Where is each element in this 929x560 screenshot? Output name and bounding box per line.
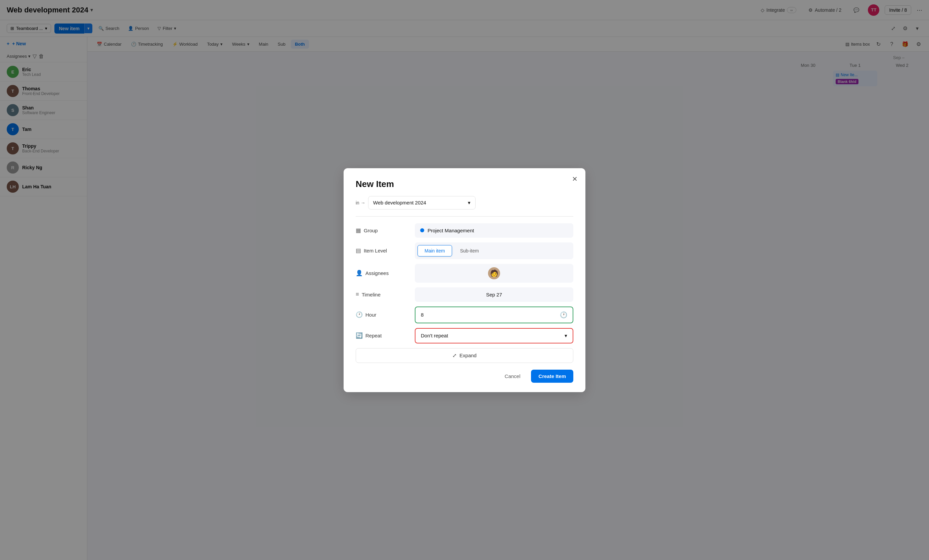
main-item-button[interactable]: Main item: [417, 245, 452, 257]
assignee-avatar: 🧑: [488, 267, 500, 279]
item-level-label: ▤ Item Level: [356, 247, 409, 254]
modal-divider: [356, 216, 573, 217]
repeat-chevron-icon: ▾: [564, 333, 567, 339]
modal-title: New Item: [356, 179, 573, 189]
hour-field[interactable]: 8 🕐: [415, 306, 573, 323]
expand-icon2: ⤢: [452, 352, 457, 358]
timeline-field[interactable]: Sep 27: [415, 288, 573, 302]
repeat-icon: 🔄: [356, 332, 363, 339]
hour-icon: 🕐: [356, 311, 363, 318]
cancel-button[interactable]: Cancel: [499, 370, 527, 383]
repeat-field[interactable]: Don't repeat ▾: [415, 328, 573, 343]
item-level-field: Main item Sub-item: [415, 242, 573, 259]
assignees-row: 👤 Assignees 🧑: [356, 264, 573, 283]
timeline-label: ≡ Timeline: [356, 291, 409, 298]
hour-row: 🕐 Hour 8 🕐: [356, 306, 573, 323]
timeline-icon: ≡: [356, 291, 359, 298]
group-icon: ▦: [356, 227, 361, 234]
project-select[interactable]: Web development 2024 ▾: [368, 196, 475, 210]
timeline-row: ≡ Timeline Sep 27: [356, 288, 573, 302]
in-label: in →: [356, 200, 365, 205]
expand-button[interactable]: ⤢ Expand: [356, 348, 573, 363]
new-item-modal: ✕ New Item in → Web development 2024 ▾ ▦…: [343, 168, 586, 392]
group-row: ▦ Group Project Management: [356, 223, 573, 238]
modal-overlay[interactable]: ✕ New Item in → Web development 2024 ▾ ▦…: [0, 0, 929, 560]
assignees-icon: 👤: [356, 269, 363, 277]
repeat-label: 🔄 Repeat: [356, 332, 409, 339]
repeat-row: 🔄 Repeat Don't repeat ▾: [356, 328, 573, 343]
modal-in-row: in → Web development 2024 ▾: [356, 196, 573, 210]
level-icon: ▤: [356, 247, 361, 254]
modal-footer: Cancel Create Item: [356, 370, 573, 383]
group-label: ▦ Group: [356, 227, 409, 234]
create-item-button[interactable]: Create Item: [531, 370, 573, 383]
item-level-row: ▤ Item Level Main item Sub-item: [356, 242, 573, 259]
assignees-label: 👤 Assignees: [356, 269, 409, 277]
group-field[interactable]: Project Management: [415, 223, 573, 238]
modal-close-button[interactable]: ✕: [570, 174, 579, 184]
hour-clock-icon: 🕐: [560, 311, 567, 318]
sub-item-button[interactable]: Sub-item: [454, 245, 486, 257]
select-chevron-icon: ▾: [468, 200, 471, 206]
assignees-field[interactable]: 🧑: [415, 264, 573, 283]
hour-label: 🕐 Hour: [356, 311, 409, 318]
group-dot: [420, 228, 424, 232]
